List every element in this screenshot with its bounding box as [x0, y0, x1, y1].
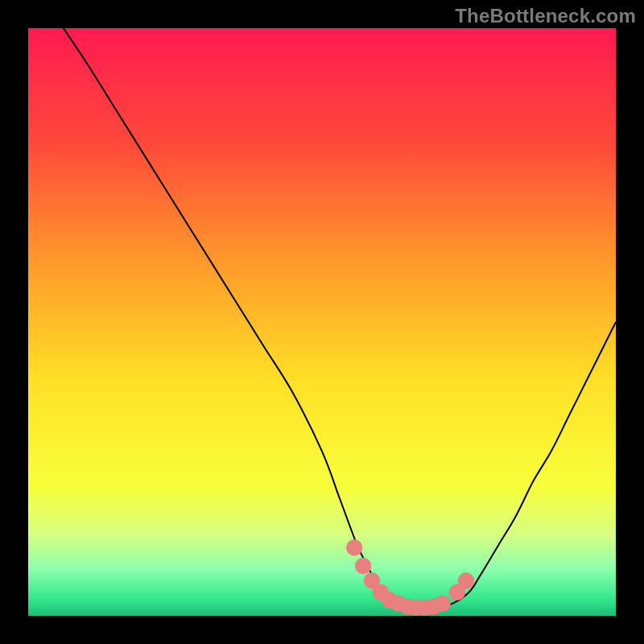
watermark-label: TheBottleneck.com: [455, 5, 636, 27]
chart-plot-area: [28, 28, 616, 616]
gradient-background: [28, 28, 616, 616]
chart-frame: TheBottleneck.com: [0, 0, 644, 644]
optimal-dot: [355, 558, 371, 574]
optimal-dot: [346, 539, 362, 555]
chart-svg: [28, 28, 616, 616]
optimal-dot: [458, 572, 474, 588]
optimal-dot: [434, 595, 450, 611]
